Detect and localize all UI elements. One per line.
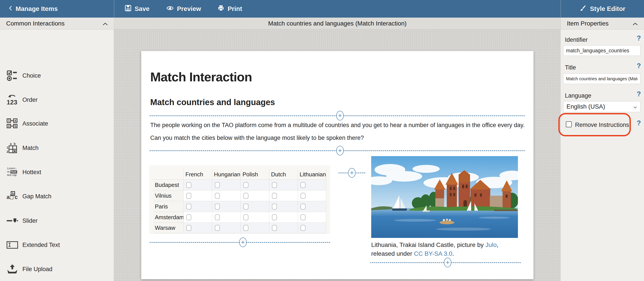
match-cell — [269, 179, 298, 190]
sidebar-item-choice[interactable]: Choice — [6, 69, 41, 83]
prompt-paragraph-2: Can you match the cities below with the … — [150, 135, 525, 141]
match-checkbox[interactable] — [215, 204, 220, 209]
match-cell — [269, 212, 298, 222]
interactions-panel-header[interactable]: Common Interactions — [0, 18, 114, 30]
author-link[interactable]: Julo — [486, 241, 496, 248]
language-select[interactable]: English (USA) — [563, 101, 640, 112]
match-cell — [212, 201, 240, 212]
item-properties-header[interactable]: Item Properties — [560, 18, 644, 30]
sidebar-item-hottext[interactable]: Lorem ire.text capHott Hottext — [6, 165, 41, 179]
prompt-paragraph-1: The people working on the TAO platform c… — [150, 122, 525, 129]
match-checkbox[interactable] — [243, 214, 248, 220]
svg-text:b: b — [14, 124, 16, 128]
sidebar-item-label: Match — [22, 145, 39, 151]
sidebar-item-gap-match[interactable]: abc Gap Match — [6, 189, 52, 203]
match-checkbox[interactable] — [215, 214, 220, 220]
add-content-button[interactable]: + — [336, 111, 344, 121]
match-cell — [298, 212, 326, 222]
sidebar-item-label: Associate — [22, 120, 48, 127]
style-editor-button[interactable]: Style Editor — [580, 5, 625, 13]
match-cell — [298, 179, 326, 190]
save-button[interactable]: Save — [125, 5, 150, 13]
sidebar-item-label: Extended Text — [22, 242, 60, 248]
match-checkbox[interactable] — [186, 204, 191, 209]
match-checkbox[interactable] — [300, 214, 306, 220]
associate-icon: 1a2b — [6, 117, 18, 130]
plus-icon: + — [338, 112, 342, 119]
insert-separator: + — [150, 242, 330, 243]
match-checkbox[interactable] — [243, 204, 248, 209]
match-column-header: Lithuanian — [298, 169, 326, 179]
match-checkbox[interactable] — [300, 193, 306, 199]
match-checkbox[interactable] — [215, 225, 220, 231]
add-content-button[interactable]: + — [444, 258, 451, 267]
match-checkbox[interactable] — [243, 193, 248, 199]
print-button[interactable]: Print — [218, 5, 242, 13]
remove-instructions-checkbox[interactable] — [566, 121, 572, 127]
match-column-header: Dutch — [269, 169, 298, 179]
match-checkbox[interactable] — [300, 182, 306, 188]
sidebar-item-match[interactable]: ab12 Match — [6, 141, 39, 155]
add-content-button[interactable]: + — [239, 237, 247, 247]
match-cell — [212, 190, 240, 201]
identifier-help-icon[interactable]: ? — [637, 34, 641, 42]
match-checkbox[interactable] — [186, 193, 191, 199]
match-checkbox[interactable] — [215, 193, 220, 199]
add-content-button[interactable]: + — [348, 168, 356, 178]
plus-icon: + — [338, 147, 342, 154]
sidebar-item-slider[interactable]: Slider — [6, 214, 38, 228]
svg-text:b: b — [12, 192, 14, 196]
insert-separator: + — [150, 150, 525, 151]
add-content-button[interactable]: + — [336, 146, 344, 155]
match-column-header: Hungarian — [212, 169, 240, 179]
manage-items-button[interactable]: Manage Items — [9, 5, 58, 13]
collapse-chevron-icon[interactable] — [632, 20, 638, 27]
insert-separator: + — [338, 173, 365, 173]
remove-instructions-help-icon[interactable]: ? — [637, 119, 641, 127]
match-checkbox[interactable] — [272, 193, 277, 199]
back-chevron-icon — [9, 5, 12, 13]
collapse-chevron-icon[interactable] — [102, 20, 108, 27]
match-interaction-widget[interactable]: FrenchHungarianPolishDutchLithuanianBuda… — [149, 165, 330, 234]
match-checkbox[interactable] — [243, 225, 248, 231]
paintbrush-icon — [580, 5, 587, 13]
match-cell — [212, 212, 240, 222]
match-checkbox[interactable] — [186, 214, 191, 220]
match-cell — [269, 222, 298, 233]
language-value: English (USA) — [566, 103, 605, 110]
language-help-icon[interactable]: ? — [637, 90, 641, 98]
match-checkbox[interactable] — [186, 182, 191, 188]
preview-label: Preview — [177, 5, 201, 13]
plus-icon: + — [241, 238, 245, 246]
sidebar-item-associate[interactable]: 1a2b Associate — [6, 117, 48, 131]
sidebar-item-order[interactable]: 123 Order — [6, 93, 38, 107]
svg-text:c: c — [15, 194, 18, 200]
match-checkbox[interactable] — [215, 182, 220, 188]
match-table: FrenchHungarianPolishDutchLithuanianBuda… — [153, 169, 326, 233]
match-checkbox[interactable] — [186, 225, 191, 231]
sidebar-item-label: Slider — [22, 217, 38, 224]
sidebar-item-file-upload[interactable]: File Upload — [6, 262, 52, 276]
insert-separator: + — [370, 262, 521, 263]
license-link[interactable]: CC BY-SA 3.0 — [414, 250, 452, 257]
match-checkbox[interactable] — [243, 182, 248, 188]
match-cell — [269, 190, 298, 201]
sidebar-item-extended-text[interactable]: Extended Text — [6, 238, 60, 252]
title-help-icon[interactable]: ? — [637, 62, 641, 70]
match-checkbox[interactable] — [272, 225, 277, 231]
match-cell — [184, 179, 212, 190]
match-checkbox[interactable] — [272, 214, 277, 220]
hottext-icon: Lorem ire.text capHott — [6, 166, 18, 178]
identifier-field[interactable] — [563, 45, 640, 56]
castle-photo — [371, 156, 518, 238]
preview-button[interactable]: Preview — [166, 5, 201, 13]
match-checkbox[interactable] — [300, 204, 306, 209]
svg-text:b: b — [14, 142, 16, 146]
title-field[interactable] — [563, 73, 640, 84]
match-row-label: Warsaw — [153, 222, 184, 233]
match-checkbox[interactable] — [272, 204, 277, 209]
match-checkbox[interactable] — [272, 182, 277, 188]
item-title-bar: Match countries and languages (Match Int… — [114, 18, 560, 30]
match-checkbox[interactable] — [300, 225, 306, 231]
item-title: Match countries and languages (Match Int… — [268, 20, 406, 27]
